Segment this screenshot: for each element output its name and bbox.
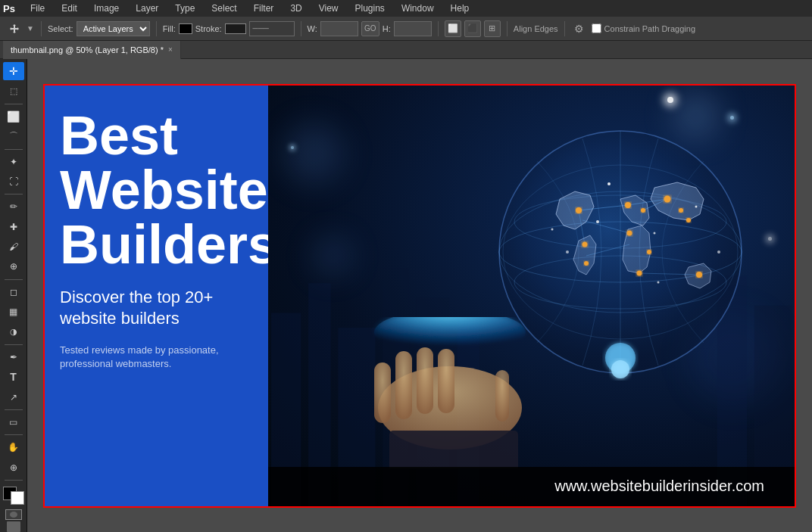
tab-close-button[interactable]: ×: [168, 45, 173, 54]
crop-tool[interactable]: ⛶: [3, 173, 24, 191]
website-url: www.websitebuilderinsider.com: [554, 478, 764, 495]
quick-mask-btn[interactable]: [5, 509, 22, 520]
bokeh-1: [283, 123, 344, 184]
sparkle-3: [291, 146, 294, 149]
svg-point-34: [647, 250, 651, 254]
description: Tested reviews made by passionate, profe…: [60, 344, 253, 371]
canvas-wrapper: Best Website Builders Discover the top 2…: [43, 84, 796, 508]
magic-wand-tool[interactable]: ✦: [3, 152, 24, 170]
dropdown-arrow-icon[interactable]: ▼: [26, 20, 35, 38]
svg-rect-52: [389, 431, 518, 468]
tool-sep8: [5, 480, 23, 481]
menu-select[interactable]: Select: [207, 2, 241, 15]
stroke-style-dropdown[interactable]: ───: [249, 21, 295, 36]
svg-point-25: [625, 202, 631, 208]
tab-filename: thumbnail.png @ 50% (Layer 1, RGB/8) *: [11, 45, 164, 54]
sep4: [438, 21, 439, 36]
svg-point-33: [627, 230, 632, 235]
menu-3d[interactable]: 3D: [286, 2, 306, 15]
artboard-tool[interactable]: ⬚: [3, 82, 24, 100]
svg-point-38: [654, 232, 656, 234]
h-label: H:: [383, 24, 391, 33]
text-tool[interactable]: T: [3, 368, 24, 386]
sep5: [507, 21, 508, 36]
clone-tool[interactable]: ⊕: [3, 257, 24, 275]
gear-icon[interactable]: ⚙: [574, 23, 584, 35]
tool-sep1: [5, 104, 23, 104]
svg-point-28: [679, 208, 683, 213]
sparkle-2: [730, 116, 734, 120]
title-line3: Builders: [60, 214, 278, 275]
svg-point-26: [641, 208, 645, 213]
hand-tool[interactable]: ✋: [3, 438, 24, 456]
sep6: [564, 21, 565, 36]
svg-point-44: [551, 228, 554, 230]
screen-mode-btn[interactable]: [7, 521, 20, 532]
menu-edit[interactable]: Edit: [57, 2, 82, 15]
align-center-icon[interactable]: ⬛: [464, 20, 481, 37]
brush-tool[interactable]: 🖌: [3, 238, 24, 256]
sparkle-1: [667, 97, 673, 103]
document-tab[interactable]: thumbnail.png @ 50% (Layer 1, RGB/8) * ×: [3, 41, 181, 59]
eyedropper-tool[interactable]: ✏: [3, 198, 24, 216]
sparkle-4: [768, 237, 772, 241]
svg-point-31: [584, 261, 589, 266]
menu-file[interactable]: File: [26, 2, 49, 15]
svg-point-29: [637, 270, 642, 275]
title-line1: Best: [60, 105, 178, 166]
select-dropdown[interactable]: Active Layers: [77, 21, 150, 36]
path-select-tool[interactable]: ↗: [3, 387, 24, 406]
align-left-icon[interactable]: ⬜: [445, 20, 461, 37]
pen-tool[interactable]: ✒: [3, 348, 24, 366]
svg-point-37: [596, 220, 599, 223]
svg-rect-49: [417, 347, 433, 414]
svg-point-41: [657, 281, 660, 283]
canvas-area: Best Website Builders Discover the top 2…: [27, 59, 812, 532]
menu-type[interactable]: Type: [170, 2, 199, 15]
fill-label: Fill:: [163, 24, 176, 33]
marquee-tool[interactable]: ⬜: [3, 107, 24, 126]
canvas-content: Best Website Builders Discover the top 2…: [45, 86, 795, 506]
gradient-tool[interactable]: ▦: [3, 303, 24, 321]
dodge-tool[interactable]: ◑: [3, 322, 24, 341]
tool-sep7: [5, 434, 23, 435]
tool-sep5: [5, 344, 23, 345]
healing-tool[interactable]: ✚: [3, 217, 24, 235]
sep2: [156, 21, 157, 36]
zoom-tool[interactable]: ⊕: [3, 458, 24, 476]
color-swatches: [3, 487, 24, 505]
move-tool-icon[interactable]: [5, 20, 23, 38]
menu-image[interactable]: Image: [89, 2, 123, 15]
menu-help[interactable]: Help: [446, 2, 474, 15]
menu-filter[interactable]: Filter: [249, 2, 279, 15]
svg-point-27: [664, 195, 671, 202]
align-edges-label: Align Edges: [514, 24, 558, 33]
menu-view[interactable]: View: [314, 2, 343, 15]
menu-window[interactable]: Window: [397, 2, 439, 15]
photo-area: www.websitebuilderinsider.com: [268, 86, 795, 506]
svg-rect-51: [495, 370, 509, 422]
move-tool[interactable]: ✛: [3, 62, 24, 80]
stroke-swatch[interactable]: [225, 23, 246, 34]
menu-plugins[interactable]: Plugins: [351, 2, 389, 15]
options-toolbar: ▼ Select: Active Layers Fill: Stroke: ──…: [0, 17, 812, 41]
lasso-tool[interactable]: ⌒: [3, 127, 24, 145]
svg-point-32: [686, 218, 691, 222]
rectangle-tool[interactable]: ▭: [3, 413, 24, 431]
constrain-checkbox[interactable]: [592, 23, 601, 33]
go-button[interactable]: GO: [361, 21, 379, 36]
title-line2: Website: [60, 160, 268, 220]
height-input[interactable]: [394, 21, 432, 36]
fill-swatch[interactable]: [179, 23, 192, 34]
background-color[interactable]: [11, 491, 24, 505]
eraser-tool[interactable]: ◻: [3, 283, 24, 301]
distribute-icon[interactable]: ⊞: [484, 20, 501, 37]
bottom-url-bar: www.websitebuilderinsider.com: [268, 467, 795, 506]
svg-marker-0: [10, 24, 19, 33]
constrain-path-label: Constrain Path Dragging: [604, 24, 695, 33]
menu-layer[interactable]: Layer: [131, 2, 163, 15]
svg-point-45: [374, 317, 526, 355]
svg-rect-47: [374, 362, 391, 423]
svg-point-36: [611, 360, 629, 378]
width-input[interactable]: [320, 21, 358, 36]
